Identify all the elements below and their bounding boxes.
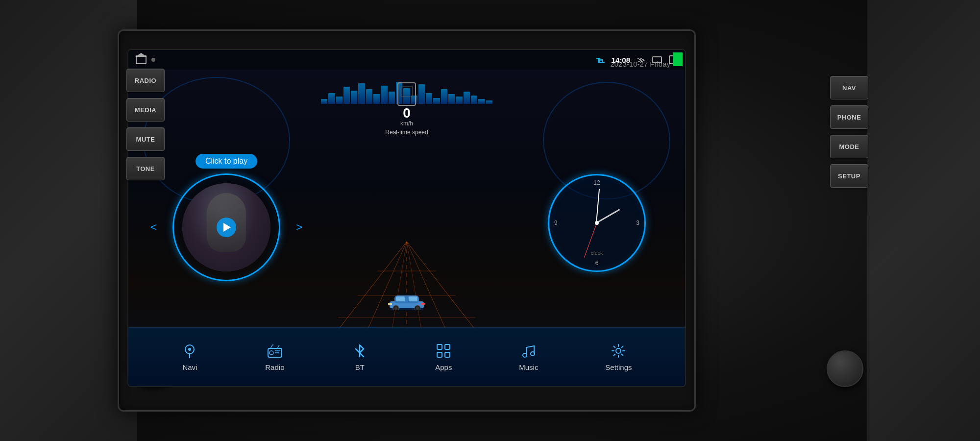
viz-bar (351, 91, 357, 104)
apps-label: Apps (435, 363, 452, 371)
setup-button[interactable]: SETUP (830, 164, 868, 188)
nav-item-radio[interactable]: Radio (265, 343, 284, 371)
bottom-navigation: Navi Radio BT (128, 327, 685, 386)
viz-bar (336, 97, 343, 104)
svg-line-3 (368, 242, 407, 330)
clock-6: 6 (595, 260, 599, 267)
right-dashboard-panel (867, 0, 980, 441)
svg-rect-16 (409, 296, 417, 301)
analog-clock: 12 3 6 9 clock (548, 174, 646, 272)
svg-point-26 (270, 351, 273, 355)
home-icon[interactable] (136, 55, 147, 64)
radio-button[interactable]: RADIO (126, 69, 165, 92)
nav-button[interactable]: NAV (830, 76, 868, 99)
mode-button[interactable]: MODE (830, 135, 868, 158)
apps-icon (435, 343, 452, 359)
status-time: 14:08 (612, 56, 630, 64)
play-button-overlay[interactable] (217, 218, 236, 237)
screen-cast-icon[interactable] (652, 56, 662, 63)
music-label: Music (519, 363, 538, 371)
svg-line-7 (407, 242, 446, 330)
status-bar: ℡ 14:08 ≫ (128, 50, 685, 70)
radio-icon (267, 343, 283, 359)
svg-point-35 (616, 348, 621, 353)
clock-hour-hand (596, 209, 620, 223)
real-time-speed-label: Real-time speed (385, 129, 428, 136)
right-physical-buttons: NAV PHONE MODE SETUP (830, 76, 868, 188)
viz-bar (328, 93, 335, 104)
speed-section: 0 km/h Real-time speed (358, 82, 456, 136)
click-to-play-button[interactable]: Click to play (196, 154, 257, 169)
svg-rect-15 (396, 296, 405, 301)
nav-item-navi[interactable]: Navi (181, 343, 198, 371)
svg-rect-1 (401, 87, 413, 97)
clock-12: 12 (593, 179, 600, 186)
bluetooth-icon: ℡ (596, 55, 605, 65)
media-button[interactable]: MEDIA (126, 98, 165, 122)
svg-rect-22 (421, 303, 425, 305)
play-triangle-icon (223, 223, 231, 232)
clock-label: clock (590, 250, 603, 256)
svg-line-4 (392, 242, 407, 330)
speed-monitor-icon (397, 82, 416, 106)
nav-item-settings[interactable]: Settings (605, 343, 632, 371)
clock-9: 9 (554, 220, 558, 226)
navi-label: Navi (182, 363, 197, 371)
svg-rect-30 (445, 344, 450, 349)
road-visualization (338, 242, 475, 330)
svg-point-18 (394, 307, 397, 310)
head-unit-screen: ℡ 14:08 ≫ (127, 49, 686, 387)
music-icon (520, 343, 537, 359)
green-sticker (673, 52, 683, 66)
phone-button[interactable]: PHONE (830, 105, 868, 129)
viz-bar (464, 92, 470, 104)
bluetooth-nav-icon (351, 343, 368, 359)
tone-button[interactable]: TONE (126, 157, 165, 180)
screen-content: ℡ 14:08 ≫ (128, 50, 685, 386)
viz-bar (471, 96, 477, 104)
viz-bar (478, 99, 485, 104)
viz-bar (343, 87, 350, 104)
svg-rect-0 (398, 83, 416, 105)
viz-bar (456, 97, 462, 104)
viz-bar (486, 100, 492, 104)
nav-item-music[interactable]: Music (519, 343, 538, 371)
clock-3: 3 (636, 220, 639, 226)
speed-unit: km/h (400, 120, 413, 127)
settings-icon (610, 343, 627, 359)
clock-center-dot (595, 221, 599, 225)
scroll-arrows-icon: ≫ (637, 55, 645, 65)
svg-rect-31 (437, 352, 442, 357)
svg-rect-21 (388, 303, 392, 305)
mute-button[interactable]: MUTE (126, 127, 165, 151)
navi-icon (181, 343, 198, 359)
svg-point-20 (416, 307, 419, 310)
settings-label: Settings (605, 363, 632, 371)
next-track-button[interactable]: > (296, 221, 302, 234)
radio-label: Radio (265, 363, 284, 371)
speed-value: 0 (403, 106, 411, 120)
svg-line-2 (338, 242, 407, 330)
svg-line-6 (407, 242, 421, 330)
prev-track-button[interactable]: < (150, 221, 157, 234)
viz-bar (321, 99, 327, 104)
svg-point-24 (188, 348, 191, 351)
status-dot-icon (151, 58, 155, 62)
clock-minute-hand (596, 189, 600, 223)
album-art-area: < > (148, 169, 305, 286)
album-art-image[interactable] (182, 183, 270, 271)
car-icon (387, 291, 426, 310)
svg-line-8 (407, 242, 475, 330)
status-right-area: ℡ 14:08 ≫ (596, 55, 678, 65)
right-knob[interactable] (827, 350, 863, 387)
left-physical-buttons: RADIO MEDIA MUTE TONE (126, 69, 165, 180)
svg-rect-32 (445, 352, 450, 357)
nav-item-apps[interactable]: Apps (435, 343, 452, 371)
svg-rect-29 (437, 344, 442, 349)
nav-item-bt[interactable]: BT (351, 343, 368, 371)
bt-label: BT (355, 363, 365, 371)
left-dashboard-panel (0, 0, 137, 441)
